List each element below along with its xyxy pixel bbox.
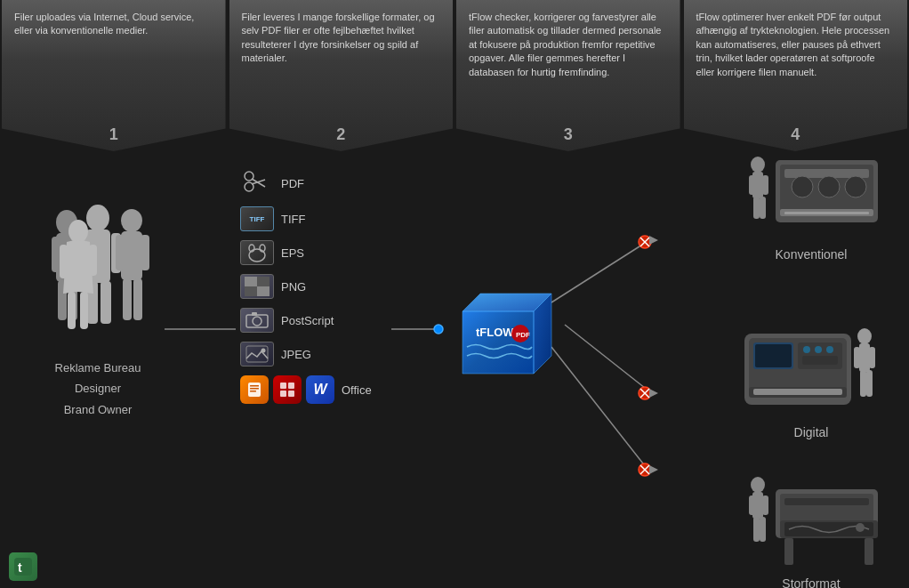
svg-rect-107: [749, 495, 755, 515]
svg-rect-48: [245, 277, 257, 286]
svg-rect-35: [133, 278, 142, 320]
digital-label: Digital: [727, 425, 896, 439]
step-number-1: 1: [109, 125, 118, 144]
logo-icon: t: [9, 552, 37, 581]
jpeg-landscape-icon: [245, 344, 269, 364]
info-text-1: Filer uploades via Internet, Cloud servi…: [14, 11, 213, 38]
svg-line-10: [640, 389, 649, 398]
svg-rect-62: [288, 383, 294, 389]
svg-rect-61: [280, 383, 286, 389]
office-label: Office: [342, 383, 372, 397]
svg-rect-64: [288, 391, 294, 397]
svg-rect-76: [749, 175, 755, 195]
svg-marker-65: [463, 311, 534, 374]
svg-point-83: [792, 176, 813, 197]
info-box-2: Filer leveres I mange forskellige format…: [229, 0, 454, 151]
svg-rect-104: [753, 389, 842, 395]
svg-marker-17: [649, 465, 658, 474]
svg-marker-15: [649, 236, 658, 245]
png-checker-icon: [245, 277, 269, 296]
svg-line-7: [640, 238, 649, 246]
svg-line-12: [640, 465, 649, 474]
svg-rect-77: [762, 175, 768, 195]
svg-point-8: [639, 387, 651, 399]
svg-line-3: [565, 325, 649, 391]
pdf-scissors-icon: [240, 169, 269, 197]
svg-point-45: [249, 249, 265, 262]
svg-rect-39: [68, 292, 76, 329]
info-box-3: tFlow checker, korrigerer og farvestyrer…: [456, 0, 680, 151]
format-tiff: TIFF TIFF: [240, 206, 382, 231]
svg-point-36: [68, 220, 88, 243]
png-icon: [240, 274, 274, 299]
svg-point-101: [826, 346, 833, 353]
tiff-icon: TIFF: [240, 206, 274, 231]
people-labels: Reklame Bureau Designer Brand Owner: [18, 358, 178, 420]
svg-rect-20: [52, 237, 60, 272]
formats-section: PDF TIFF TIFF EPS: [240, 169, 382, 404]
svg-rect-90: [854, 347, 860, 368]
svg-rect-54: [252, 312, 257, 316]
svg-rect-33: [141, 235, 149, 270]
info-text-2: Filer leveres I mange forskellige format…: [242, 11, 441, 66]
step-number-2: 2: [336, 125, 345, 144]
svg-text:PDF: PDF: [516, 331, 530, 339]
top-info-boxes: Filer uploades via Internet, Cloud servi…: [0, 0, 909, 151]
svg-rect-114: [784, 538, 793, 565]
svg-marker-16: [649, 389, 658, 398]
svg-rect-50: [257, 277, 269, 286]
svg-point-85: [845, 176, 866, 197]
storformat-printer-svg: [740, 471, 882, 569]
svg-rect-37: [60, 245, 68, 278]
format-pdf: PDF: [240, 169, 382, 197]
svg-rect-93: [866, 370, 873, 397]
svg-line-9: [640, 389, 649, 398]
svg-rect-97: [755, 344, 792, 367]
svg-rect-34: [123, 278, 132, 320]
ps-camera-icon: [245, 310, 269, 330]
info-box-1: Filer uploades via Internet, Cloud servi…: [2, 0, 226, 151]
office-row: W Office: [240, 375, 382, 404]
svg-point-30: [121, 209, 142, 232]
svg-rect-51: [245, 286, 257, 296]
png-label: PNG: [281, 280, 306, 294]
step-number-3: 3: [564, 125, 573, 144]
jpeg-icon: [240, 342, 274, 366]
pdf-label: PDF: [281, 177, 304, 190]
svg-point-56: [261, 349, 266, 353]
label-brand-owner: Brand Owner: [18, 399, 178, 420]
people-silhouette: [27, 187, 169, 347]
info-box-4: tFlow optimerer hver enkelt PDF før outp…: [684, 0, 908, 151]
svg-rect-79: [760, 197, 766, 219]
svg-rect-40: [80, 292, 88, 329]
svg-rect-78: [753, 197, 760, 219]
info-text-4: tFlow optimerer hver enkelt PDF før outp…: [696, 11, 896, 79]
tflow-cube-svg: tFLOW PDF: [436, 267, 569, 400]
svg-rect-119: [14, 558, 32, 576]
jpeg-label: JPEG: [281, 348, 311, 361]
info-text-3: tFlow checker, korrigerer og farvestyrer…: [469, 11, 668, 79]
eps-label: EPS: [281, 246, 304, 260]
svg-point-24: [86, 205, 109, 231]
svg-rect-87: [784, 212, 869, 214]
format-postscript: PostScript: [240, 308, 382, 333]
label-reklame: Reklame Bureau: [18, 358, 178, 378]
svg-rect-109: [753, 517, 760, 542]
step-number-4: 4: [791, 125, 800, 144]
svg-rect-63: [280, 391, 286, 397]
svg-point-99: [803, 346, 810, 353]
svg-rect-91: [869, 347, 875, 368]
svg-point-100: [815, 346, 822, 353]
svg-rect-108: [762, 495, 768, 515]
svg-line-13: [640, 465, 649, 474]
digital-printer-svg: [740, 320, 882, 418]
svg-rect-38: [89, 245, 97, 276]
svg-point-11: [639, 463, 651, 476]
storformat-label: Storformat: [727, 576, 896, 588]
svg-point-118: [856, 523, 865, 532]
svg-point-53: [253, 317, 261, 326]
people-section: Reklame Bureau Designer Brand Owner: [18, 187, 178, 420]
svg-rect-102: [802, 356, 838, 365]
konventionel-label: Konventionel: [727, 247, 896, 262]
format-eps: EPS: [240, 240, 382, 265]
